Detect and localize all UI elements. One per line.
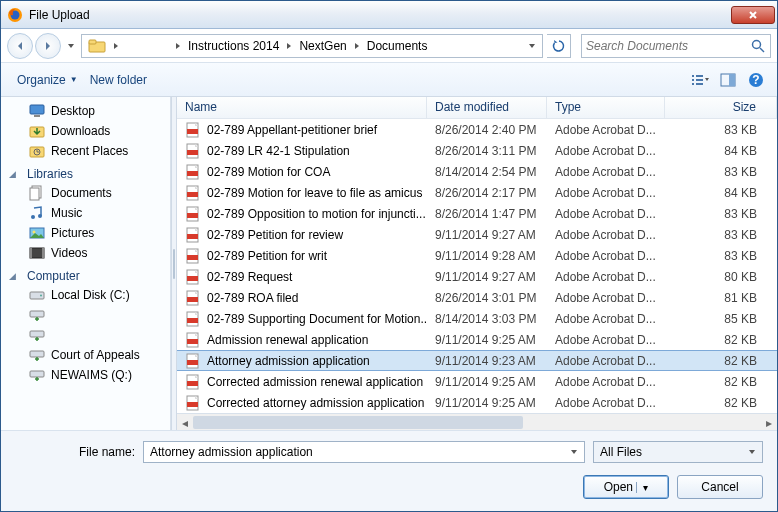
file-size-cell: 85 KB bbox=[665, 312, 777, 326]
col-size[interactable]: Size bbox=[665, 97, 777, 118]
svg-rect-37 bbox=[30, 331, 44, 337]
close-button[interactable] bbox=[731, 6, 775, 24]
svg-rect-41 bbox=[187, 129, 198, 134]
col-name[interactable]: Name bbox=[177, 97, 427, 118]
new-folder-button[interactable]: New folder bbox=[84, 69, 153, 91]
breadcrumb[interactable]: Instructions 2014 NextGen Documents bbox=[81, 34, 543, 58]
svg-rect-10 bbox=[696, 83, 703, 85]
file-type-cell: Adobe Acrobat D... bbox=[547, 270, 665, 284]
sidebar-item-recent[interactable]: Recent Places bbox=[1, 141, 170, 161]
filter-value: All Files bbox=[600, 445, 642, 459]
file-row[interactable]: Corrected attorney admission application… bbox=[177, 392, 777, 413]
file-row[interactable]: 02-789 Petition for writ9/11/2014 9:28 A… bbox=[177, 245, 777, 266]
sidebar-item-desktop[interactable]: Desktop bbox=[1, 101, 170, 121]
firefox-icon bbox=[7, 7, 23, 23]
search-input[interactable] bbox=[586, 39, 750, 53]
file-row[interactable]: 02-789 LR 42-1 Stipulation8/26/2014 3:11… bbox=[177, 140, 777, 161]
sidebar-item-pictures[interactable]: Pictures bbox=[1, 223, 170, 243]
file-row[interactable]: 02-789 Motion for leave to file as amicu… bbox=[177, 182, 777, 203]
svg-point-26 bbox=[38, 214, 42, 218]
filename-combobox[interactable]: Attorney admission application bbox=[143, 441, 585, 463]
breadcrumb-item[interactable]: Instructions 2014 bbox=[184, 35, 283, 57]
filetype-filter[interactable]: All Files bbox=[593, 441, 763, 463]
back-button[interactable] bbox=[7, 33, 33, 59]
help-button[interactable]: ? bbox=[745, 69, 767, 91]
file-row[interactable]: Admission renewal application9/11/2014 9… bbox=[177, 329, 777, 350]
svg-rect-51 bbox=[187, 234, 198, 239]
sidebar-label: Videos bbox=[51, 246, 87, 260]
breadcrumb-item[interactable]: Documents bbox=[363, 35, 432, 57]
file-name-cell: Attorney admission application bbox=[177, 353, 427, 369]
file-row[interactable]: Attorney admission application9/11/2014 … bbox=[177, 350, 777, 371]
preview-pane-button[interactable] bbox=[717, 69, 739, 91]
filename-label: File name: bbox=[15, 445, 135, 459]
svg-rect-36 bbox=[30, 311, 44, 317]
file-type-cell: Adobe Acrobat D... bbox=[547, 228, 665, 242]
file-row[interactable]: 02-789 Motion for COA8/14/2014 2:54 PMAd… bbox=[177, 161, 777, 182]
file-type-cell: Adobe Acrobat D... bbox=[547, 291, 665, 305]
col-type[interactable]: Type bbox=[547, 97, 665, 118]
sidebar-group-libraries[interactable]: ◢Libraries bbox=[9, 167, 170, 181]
file-size-cell: 83 KB bbox=[665, 207, 777, 221]
file-upload-dialog: File Upload Instructions 2014 NextGen Do… bbox=[0, 0, 778, 512]
file-row[interactable]: 02-789 Request9/11/2014 9:27 AMAdobe Acr… bbox=[177, 266, 777, 287]
breadcrumb-dropdown[interactable] bbox=[524, 42, 540, 50]
network-drive-icon bbox=[29, 347, 45, 363]
file-name-cell: 02-789 ROA filed bbox=[177, 290, 427, 306]
file-row[interactable]: 02-789 Appellant-petitioner brief8/26/20… bbox=[177, 119, 777, 140]
scroll-left-icon[interactable]: ◂ bbox=[177, 414, 193, 431]
breadcrumb-blank[interactable] bbox=[122, 35, 172, 57]
file-date-cell: 9/11/2014 9:23 AM bbox=[427, 354, 547, 368]
column-headers[interactable]: Name Date modified Type Size bbox=[177, 97, 777, 119]
chevron-right-icon bbox=[110, 35, 122, 57]
file-rows: 02-789 Appellant-petitioner brief8/26/20… bbox=[177, 119, 777, 413]
breadcrumb-item[interactable]: NextGen bbox=[295, 35, 350, 57]
horizontal-scrollbar[interactable]: ◂ ▸ bbox=[177, 413, 777, 430]
file-row[interactable]: 02-789 Petition for review9/11/2014 9:27… bbox=[177, 224, 777, 245]
svg-rect-16 bbox=[34, 115, 40, 117]
scroll-right-icon[interactable]: ▸ bbox=[761, 414, 777, 431]
svg-rect-65 bbox=[187, 381, 198, 386]
svg-rect-61 bbox=[187, 339, 198, 344]
file-type-cell: Adobe Acrobat D... bbox=[547, 375, 665, 389]
file-name-cell: 02-789 Opposition to motion for injuncti… bbox=[177, 206, 427, 222]
network-drive-icon bbox=[29, 327, 45, 343]
file-name-cell: Corrected attorney admission application bbox=[177, 395, 427, 411]
sidebar-item-courtofappeals[interactable]: Court of Appeals bbox=[1, 345, 170, 365]
svg-rect-67 bbox=[187, 402, 198, 407]
chevron-down-icon: ▾ bbox=[636, 482, 648, 493]
file-name-cell: 02-789 Petition for review bbox=[177, 227, 427, 243]
sidebar-item-videos[interactable]: Videos bbox=[1, 243, 170, 263]
sidebar-group-computer[interactable]: ◢Computer bbox=[9, 269, 170, 283]
sidebar-item-documents[interactable]: Documents bbox=[1, 183, 170, 203]
sidebar-item-netdrive2[interactable] bbox=[1, 325, 170, 345]
forward-button[interactable] bbox=[35, 33, 61, 59]
sidebar-item-netdrive1[interactable] bbox=[1, 305, 170, 325]
file-row[interactable]: 02-789 ROA filed8/26/2014 3:01 PMAdobe A… bbox=[177, 287, 777, 308]
svg-rect-45 bbox=[187, 171, 198, 176]
scroll-thumb[interactable] bbox=[193, 416, 523, 429]
refresh-button[interactable] bbox=[547, 34, 571, 58]
file-row[interactable]: 02-789 Opposition to motion for injuncti… bbox=[177, 203, 777, 224]
breadcrumb-root-icon[interactable] bbox=[84, 35, 110, 57]
titlebar[interactable]: File Upload bbox=[1, 1, 777, 29]
svg-rect-47 bbox=[187, 192, 198, 197]
organize-menu[interactable]: Organize▼ bbox=[11, 69, 84, 91]
sidebar-item-newaims[interactable]: NEWAIMS (Q:) bbox=[1, 365, 170, 385]
file-size-cell: 82 KB bbox=[665, 375, 777, 389]
sidebar-item-downloads[interactable]: Downloads bbox=[1, 121, 170, 141]
open-button[interactable]: Open ▾ bbox=[583, 475, 669, 499]
sidebar: Desktop Downloads Recent Places ◢Librari… bbox=[1, 97, 171, 430]
cancel-button[interactable]: Cancel bbox=[677, 475, 763, 499]
view-options-button[interactable] bbox=[689, 69, 711, 91]
sidebar-item-music[interactable]: Music bbox=[1, 203, 170, 223]
sidebar-item-localdisk[interactable]: Local Disk (C:) bbox=[1, 285, 170, 305]
search-icon[interactable] bbox=[750, 38, 766, 54]
file-size-cell: 81 KB bbox=[665, 291, 777, 305]
nav-history-dropdown[interactable] bbox=[65, 33, 77, 59]
file-row[interactable]: Corrected admission renewal application9… bbox=[177, 371, 777, 392]
col-date[interactable]: Date modified bbox=[427, 97, 547, 118]
file-size-cell: 83 KB bbox=[665, 228, 777, 242]
search-box[interactable] bbox=[581, 34, 771, 58]
file-row[interactable]: 02-789 Supporting Document for Motion...… bbox=[177, 308, 777, 329]
